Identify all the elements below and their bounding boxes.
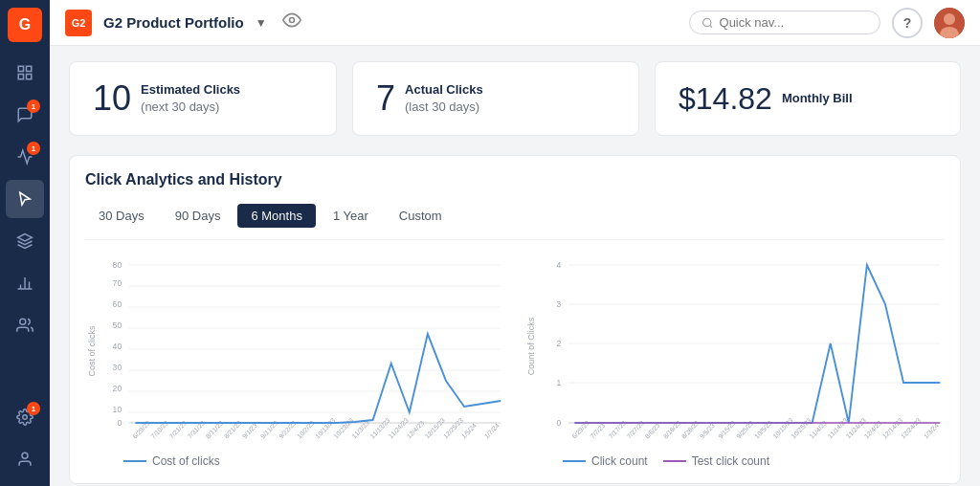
svg-point-12 [289, 18, 294, 23]
actual-clicks-number: 7 [376, 81, 395, 116]
cost-line [135, 334, 501, 423]
svg-text:3: 3 [556, 299, 561, 309]
svg-point-10 [23, 415, 28, 420]
chevron-down-icon[interactable]: ▼ [256, 16, 267, 30]
svg-rect-1 [27, 66, 32, 71]
svg-text:0: 0 [556, 418, 561, 428]
svg-text:0: 0 [117, 418, 122, 428]
time-filters: 30 Days 90 Days 6 Months 1 Year Custom [85, 204, 945, 240]
svg-point-11 [22, 453, 28, 458]
svg-text:80: 80 [113, 260, 122, 270]
search-input[interactable] [720, 15, 868, 30]
analytics-title: Click Analytics and History [85, 171, 945, 188]
svg-marker-4 [18, 234, 33, 242]
svg-line-14 [710, 25, 712, 27]
eye-icon[interactable] [282, 11, 301, 34]
right-chart-svg: 0 1 2 3 4 Count of Clicks 6/29/23 7/7/23… [524, 255, 945, 447]
filter-30days[interactable]: 30 Days [85, 204, 158, 228]
monthly-bill-label: Monthly Bill [782, 90, 853, 107]
svg-text:40: 40 [113, 342, 122, 351]
svg-text:1: 1 [556, 378, 561, 387]
stat-monthly-bill: $14.82 Monthly Bill [655, 61, 961, 136]
filter-6months[interactable]: 6 Months [237, 204, 315, 228]
legend-test-click-count: Test click count [663, 454, 769, 468]
sidebar-item-dashboard[interactable] [6, 54, 44, 92]
page-title: G2 Product Portfolio [103, 14, 244, 31]
sidebar-item-settings[interactable]: 1 [6, 398, 44, 436]
svg-rect-3 [27, 75, 32, 79]
left-chart-svg: 0 10 20 30 40 50 60 70 80 Cost of clicks [85, 255, 505, 447]
header-logo: G2 [65, 10, 92, 36]
settings-badge: 1 [27, 402, 40, 415]
sidebar-item-layers[interactable] [6, 222, 44, 260]
svg-text:Cost of clicks: Cost of clicks [87, 325, 97, 377]
sidebar-item-bar-chart[interactable] [6, 264, 44, 302]
click-count-legend-line [563, 460, 586, 462]
svg-text:2: 2 [556, 339, 561, 348]
actual-clicks-sublabel: (last 30 days) [405, 99, 483, 116]
svg-text:9/5/23: 9/5/23 [699, 422, 716, 440]
sidebar-item-person[interactable] [6, 306, 44, 344]
sidebar-item-user[interactable] [6, 440, 44, 478]
analytics-section: Click Analytics and History 30 Days 90 D… [69, 155, 961, 484]
legend-click-count: Click count [563, 454, 648, 468]
right-chart-container: 0 1 2 3 4 Count of Clicks 6/29/23 7/7/23… [524, 255, 945, 468]
stat-actual-clicks: 7 Actual Clicks (last 30 days) [352, 61, 639, 136]
help-button[interactable]: ? [892, 8, 923, 38]
stat-estimated-clicks: 10 Estimated Clicks (next 30 days) [69, 61, 337, 136]
sidebar-item-chat[interactable]: 1 [6, 96, 44, 134]
avatar[interactable] [934, 8, 965, 38]
svg-rect-2 [18, 75, 23, 79]
chat-badge: 1 [27, 99, 40, 113]
legend-cost-of-clicks: Cost of clicks [123, 454, 220, 468]
monthly-bill-number: $14.82 [679, 83, 772, 114]
svg-text:20: 20 [113, 384, 122, 393]
svg-point-16 [944, 13, 955, 25]
svg-text:Count of Clicks: Count of Clicks [526, 318, 536, 376]
charts-row: 0 10 20 30 40 50 60 70 80 Cost of clicks [85, 255, 945, 468]
search-icon [702, 16, 714, 30]
actual-clicks-label: Actual Clicks [405, 81, 483, 99]
header: G2 G2 Product Portfolio ▼ ? [50, 0, 980, 46]
right-chart-area: 0 1 2 3 4 Count of Clicks 6/29/23 7/7/23… [524, 255, 945, 447]
estimated-clicks-label: Estimated Clicks [141, 81, 240, 99]
svg-text:8/6/23: 8/6/23 [644, 422, 661, 440]
cost-legend-line [123, 460, 146, 462]
svg-text:1/7/24: 1/7/24 [483, 422, 501, 440]
sidebar-item-cursor[interactable] [6, 180, 44, 218]
svg-text:70: 70 [113, 278, 122, 288]
stats-row: 10 Estimated Clicks (next 30 days) 7 Act… [69, 61, 961, 136]
svg-text:60: 60 [113, 299, 122, 309]
left-chart-area: 0 10 20 30 40 50 60 70 80 Cost of clicks [85, 255, 505, 447]
left-chart-legend: Cost of clicks [85, 454, 505, 468]
test-click-count-legend-line [663, 460, 686, 462]
filter-1year[interactable]: 1 Year [320, 204, 382, 228]
right-chart-legend: Click count Test click count [524, 454, 945, 468]
sidebar: G 1 1 [0, 0, 50, 486]
filter-90days[interactable]: 90 Days [162, 204, 234, 228]
svg-point-13 [703, 18, 711, 26]
content-area: 10 Estimated Clicks (next 30 days) 7 Act… [50, 46, 980, 486]
svg-text:1/5/24: 1/5/24 [460, 422, 478, 440]
svg-text:7/7/23: 7/7/23 [589, 422, 606, 440]
estimated-clicks-number: 10 [93, 81, 131, 116]
estimated-clicks-sublabel: (next 30 days) [141, 99, 240, 116]
svg-text:50: 50 [113, 320, 122, 330]
svg-text:10: 10 [113, 405, 122, 414]
svg-text:12/24/23: 12/24/23 [900, 417, 922, 440]
svg-text:9/1/23: 9/1/23 [241, 422, 258, 440]
left-chart-container: 0 10 20 30 40 50 60 70 80 Cost of clicks [85, 255, 505, 468]
svg-text:30: 30 [113, 363, 122, 372]
main-content: G2 G2 Product Portfolio ▼ ? [50, 0, 980, 486]
search-bar[interactable] [689, 11, 880, 34]
filter-custom[interactable]: Custom [386, 204, 456, 228]
svg-text:1/3/24: 1/3/24 [923, 422, 940, 440]
svg-rect-0 [18, 66, 23, 71]
sidebar-logo[interactable]: G [8, 8, 42, 42]
svg-point-9 [20, 319, 26, 324]
analytics-badge: 1 [27, 142, 40, 155]
svg-text:4: 4 [556, 260, 561, 270]
sidebar-item-analytics[interactable]: 1 [6, 138, 44, 176]
